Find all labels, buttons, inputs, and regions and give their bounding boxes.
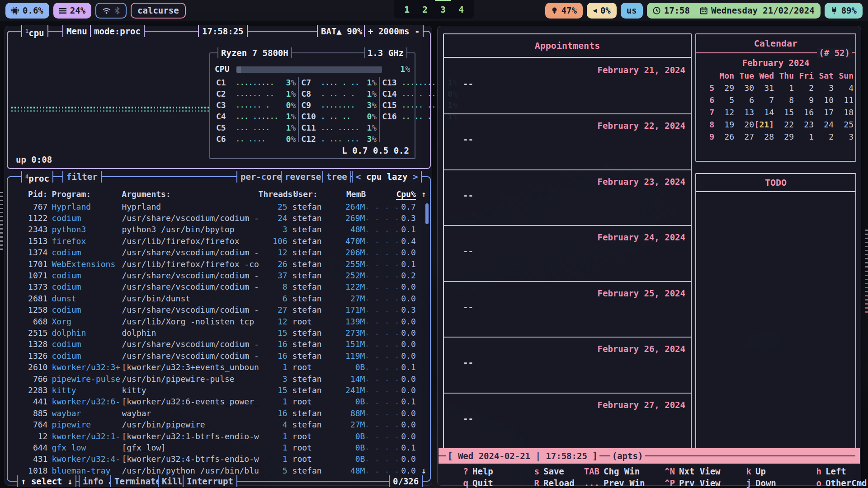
calendar-day-7[interactable]: 7 [754, 95, 774, 105]
select-control-bottom[interactable]: ↑ select ↓ [17, 475, 76, 487]
connectivity-pill[interactable] [95, 3, 127, 19]
volume-pill[interactable]: ◀ 0% [587, 3, 617, 19]
calendar-day-29[interactable]: 29 [714, 83, 734, 93]
process-row-764[interactable]: 764pipewire/usr/bin/pipewire4stefan27M. … [11, 419, 426, 431]
calendar-day-2[interactable]: 2 [814, 132, 834, 141]
header-arguments[interactable]: Arguments: [122, 189, 258, 199]
keyboard-layout-pill[interactable]: us [621, 3, 643, 19]
calendar-day-2[interactable]: 2 [794, 83, 814, 93]
calendar-day-29[interactable]: 29 [774, 132, 794, 141]
process-row-2610[interactable]: 2610kworker/u32:3+[kworker/u32:3+events_… [11, 361, 426, 373]
process-row-1373[interactable]: 1373codium/usr/share/vscodium/codium -8s… [11, 281, 426, 293]
cpu-box-tab[interactable]: 1cpu [21, 25, 48, 37]
process-row-2343[interactable]: 2343python3python3 /usr/bin/bpytop3stefa… [11, 224, 426, 235]
battery-pill[interactable]: 89% [825, 3, 863, 19]
calendar-day-1[interactable]: 1 [794, 132, 814, 141]
process-row-885[interactable]: 885waybarwaybar16stefan88M. . . .0.0 [11, 407, 426, 419]
calendar-day-26[interactable]: 26 [714, 132, 734, 141]
calendar-day-6[interactable]: 6 [734, 95, 754, 105]
interrupt-button[interactable]: Interrupt [183, 475, 237, 487]
process-row-1326[interactable]: 1326codium/usr/share/vscodium/codium -16… [11, 350, 426, 361]
header-program[interactable]: Program: [52, 189, 122, 199]
calendar-day-24[interactable]: 24 [814, 120, 834, 129]
appointment-day[interactable]: February 21, 2024-- [444, 59, 691, 113]
calendar-day-today[interactable]: [21] [754, 120, 774, 129]
memory-usage-pill[interactable]: 24% [53, 3, 91, 19]
process-row-2515[interactable]: 2515dolphindolphin15stefan273M. . . .0.0 [11, 327, 426, 338]
process-scrollbar-thumb[interactable] [425, 203, 429, 224]
scroll-down-icon[interactable]: ↓ [416, 466, 426, 475]
process-row-1122[interactable]: 1122codium/usr/share/vscodium/codium -24… [11, 212, 426, 224]
calendar-day-4[interactable]: 4 [834, 83, 854, 93]
calendar-day-14[interactable]: 14 [754, 108, 774, 117]
appointment-day[interactable]: February 22, 2024-- [444, 113, 691, 169]
process-row-431[interactable]: 431kworker/u32:4-[kworker/u32:4-btrfs-en… [11, 453, 426, 465]
header-cpu-sort[interactable]: Cpu% [393, 189, 415, 199]
appointment-day[interactable]: February 24, 2024-- [444, 225, 691, 281]
calendar-day-15[interactable]: 15 [774, 108, 794, 117]
process-row-1258[interactable]: 1258codium/usr/share/vscodium/codium -27… [11, 304, 426, 316]
scroll-up-icon[interactable]: ↑ [416, 189, 426, 199]
mode-indicator[interactable]: mode:proc [90, 25, 145, 37]
calendar-day-17[interactable]: 17 [814, 108, 834, 117]
calendar-day-9[interactable]: 9 [794, 95, 814, 105]
process-row-1071[interactable]: 1071codium/usr/share/vscodium/codium -37… [11, 269, 426, 281]
header-memory[interactable]: MemB [334, 189, 366, 199]
appointment-day[interactable]: February 27, 2024-- [444, 393, 691, 448]
todo-panel[interactable]: TODO [695, 173, 856, 449]
terminate-button[interactable]: Terminate [110, 475, 165, 487]
calendar-day-23[interactable]: 23 [794, 120, 814, 129]
calendar-day-11[interactable]: 11 [834, 95, 854, 105]
process-row-767[interactable]: 767HyprlandHyprland25stefan264M. . . .0.… [11, 201, 426, 212]
process-row-1374[interactable]: 1374codium/usr/share/vscodium/codium -12… [11, 247, 426, 258]
calendar-day-19[interactable]: 19 [714, 120, 734, 129]
header-threads[interactable]: Threads: [259, 189, 288, 199]
calendar-day-5[interactable]: 5 [714, 95, 734, 105]
process-row-644[interactable]: 644gfx_low[gfx_low]1root0B. . . .0.1 [11, 441, 426, 453]
calendar-day-1[interactable]: 1 [774, 83, 794, 93]
menu-button[interactable]: Menu [62, 25, 91, 37]
workspace-4[interactable]: 4 [457, 4, 465, 15]
process-row-441[interactable]: 441kworker/u32:6-[kworker/u32:6-events_p… [11, 396, 426, 408]
active-window-title-pill[interactable]: calcurse [131, 3, 186, 19]
calendar-day-3[interactable]: 3 [814, 83, 834, 93]
header-pid[interactable]: Pid: [11, 189, 47, 199]
process-row-1328[interactable]: 1328codium/usr/share/vscodium/codium -16… [11, 338, 426, 350]
calendar-day-25[interactable]: 25 [834, 120, 854, 129]
calendar-day-13[interactable]: 13 [734, 108, 754, 117]
workspace-3[interactable]: 3 [439, 4, 447, 15]
calendar-panel[interactable]: Calendar (# 52) February 2024 MonTueWedT… [695, 33, 856, 162]
calendar-day-12[interactable]: 12 [714, 108, 734, 117]
process-row-668[interactable]: 668Xorg/usr/lib/Xorg -nolisten tcp12root… [11, 315, 426, 327]
header-user[interactable]: User: [293, 189, 334, 199]
update-interval-control[interactable]: + 2000ms - [364, 25, 424, 37]
process-row-1018[interactable]: 1018blueman-tray/usr/bin/python /usr/bin… [11, 465, 426, 476]
calendar-day-16[interactable]: 16 [794, 108, 814, 117]
workspace-1[interactable]: 1 [403, 4, 411, 15]
calendar-day-22[interactable]: 22 [774, 120, 794, 129]
process-row-2681[interactable]: 2681dunst/usr/bin/dunst6stefan27M. . . .… [11, 292, 426, 304]
process-row-12[interactable]: 12kworker/u32:1-[kworker/u32:1-btrfs-end… [11, 430, 426, 442]
calendar-day-10[interactable]: 10 [814, 95, 834, 105]
calendar-day-28[interactable]: 28 [754, 132, 774, 141]
brightness-pill[interactable]: 47% [545, 3, 583, 19]
calendar-day-31[interactable]: 31 [754, 83, 774, 93]
process-row-1701[interactable]: 1701WebExtensions/usr/lib/firefox/firefo… [11, 258, 426, 270]
process-row-766[interactable]: 766pipewire-pulse/usr/bin/pipewire-pulse… [11, 373, 426, 385]
workspace-2[interactable]: 2 [421, 4, 429, 15]
process-row-2283[interactable]: 2283kittykitty15stefan241M. . . .0.0 [11, 384, 426, 396]
process-row-1513[interactable]: 1513firefox/usr/lib/firefox/firefox106st… [11, 235, 426, 247]
calendar-day-30[interactable]: 30 [734, 83, 754, 93]
appointment-day[interactable]: February 25, 2024-- [444, 281, 691, 337]
cpu-usage-pill[interactable]: 0.6% [5, 3, 49, 19]
appointment-day[interactable]: February 23, 2024-- [444, 169, 691, 225]
appointments-panel[interactable]: Appointments February 21, 2024--February… [443, 33, 692, 449]
calendar-day-20[interactable]: 20 [734, 120, 754, 129]
calendar-day-3[interactable]: 3 [834, 132, 854, 141]
appointment-day[interactable]: February 26, 2024-- [444, 337, 691, 392]
calendar-day-18[interactable]: 18 [834, 108, 854, 117]
clock-date-pill[interactable]: 17:58 Wednesday 21/02/2024 [647, 3, 821, 19]
calendar-day-8[interactable]: 8 [774, 95, 794, 105]
keybind-column: ^NNxt View^PPrv View [656, 465, 733, 488]
calendar-day-27[interactable]: 27 [734, 132, 754, 141]
